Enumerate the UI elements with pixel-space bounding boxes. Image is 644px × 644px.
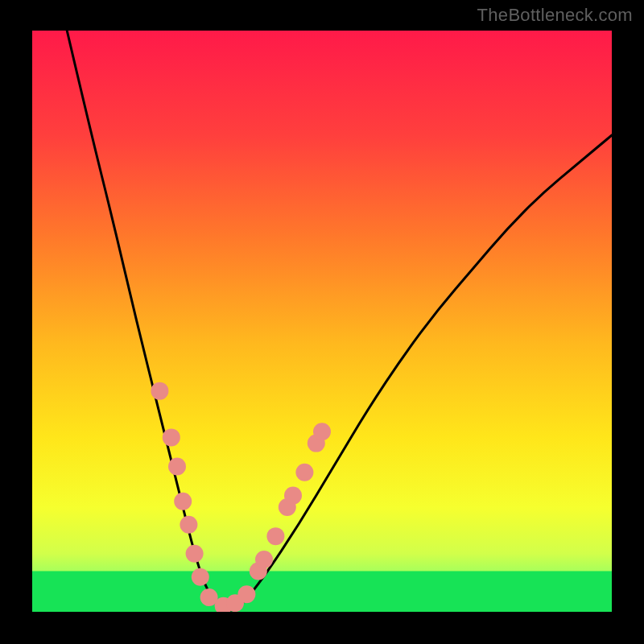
data-dot (266, 527, 284, 545)
gradient-background (32, 31, 612, 612)
plot-area (32, 31, 612, 615)
chart-container: TheBottleneck.com (0, 0, 644, 644)
data-dot (180, 516, 197, 534)
data-dot (174, 493, 192, 510)
data-dot (313, 423, 331, 440)
green-band (32, 571, 612, 612)
data-dot (237, 585, 255, 603)
data-dot (192, 568, 209, 586)
data-dot (295, 464, 313, 481)
data-dot (284, 487, 302, 505)
bottleneck-chart (0, 0, 644, 644)
data-dot (186, 545, 204, 563)
watermark-text: TheBottleneck.com (477, 5, 633, 26)
data-dot (255, 551, 273, 568)
data-dot (151, 382, 168, 400)
data-dot (168, 458, 186, 476)
data-dot (163, 428, 180, 446)
